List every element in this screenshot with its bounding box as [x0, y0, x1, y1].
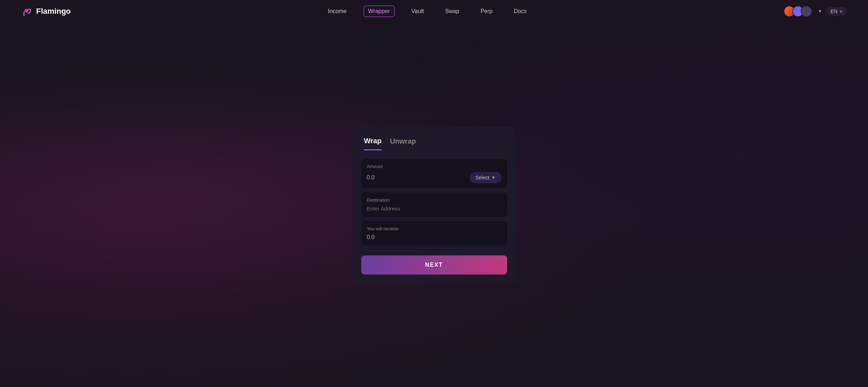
avatar-group[interactable] — [784, 6, 812, 17]
main-content: Wrap Unwrap Amount Select ▼ Destination — [0, 23, 868, 387]
amount-row: Select ▼ — [367, 172, 501, 183]
network-plus: + — [840, 8, 843, 14]
destination-input[interactable] — [367, 206, 501, 212]
receive-value: 0.0 — [367, 234, 501, 241]
main-nav: Income Wrapper Vault Swap Perp Docs — [324, 6, 531, 17]
network-label: EN — [830, 8, 837, 14]
header: Flamingo Income Wrapper Vault Swap Perp … — [0, 0, 868, 23]
amount-field-group: Amount Select ▼ — [361, 159, 507, 188]
nav-item-docs[interactable]: Docs — [510, 6, 531, 17]
network-badge[interactable]: EN + — [826, 7, 847, 16]
tab-wrap[interactable]: Wrap — [364, 137, 382, 150]
form-body: Amount Select ▼ Destination You will rec… — [353, 150, 516, 255]
avatar-3 — [801, 6, 812, 17]
receive-field-group: You will receive 0.0 — [361, 221, 507, 246]
select-button[interactable]: Select ▼ — [470, 172, 501, 183]
select-chevron-icon: ▼ — [492, 175, 496, 180]
nav-item-perp[interactable]: Perp — [476, 6, 497, 17]
destination-label: Destination — [367, 197, 501, 203]
logo-text: Flamingo — [36, 7, 71, 16]
nav-item-swap[interactable]: Swap — [441, 6, 464, 17]
card-tabs: Wrap Unwrap — [353, 127, 516, 150]
next-button[interactable]: NEXT — [361, 255, 507, 275]
nav-right: ▼ EN + — [784, 6, 847, 17]
nav-item-wrapper[interactable]: Wrapper — [364, 6, 395, 17]
logo[interactable]: Flamingo — [21, 6, 71, 17]
select-label: Select — [476, 175, 489, 180]
nav-item-income[interactable]: Income — [324, 6, 351, 17]
receive-label: You will receive — [367, 226, 501, 231]
destination-field-group: Destination — [361, 192, 507, 217]
flamingo-logo-icon — [21, 6, 33, 17]
wrap-card: Wrap Unwrap Amount Select ▼ Destination — [353, 127, 516, 283]
chevron-down-icon: ▼ — [818, 9, 822, 14]
amount-label: Amount — [367, 164, 501, 169]
tab-unwrap[interactable]: Unwrap — [390, 137, 416, 150]
avatar-dropdown[interactable]: ▼ — [818, 9, 822, 14]
nav-item-vault[interactable]: Vault — [407, 6, 428, 17]
amount-input[interactable] — [367, 174, 438, 181]
